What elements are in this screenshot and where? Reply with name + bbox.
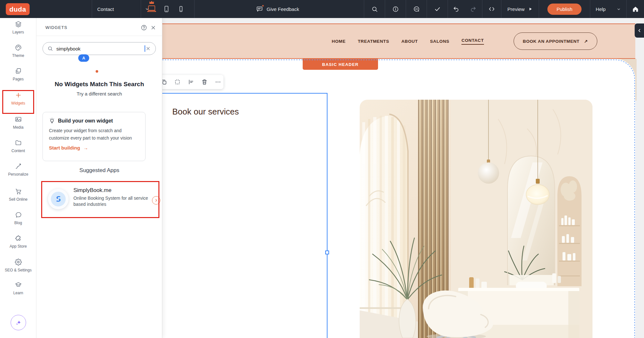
page-selector[interactable]: Contact: [97, 0, 149, 18]
plus-icon: [15, 92, 22, 99]
open-app-icon[interactable]: [152, 196, 160, 205]
info-button[interactable]: [385, 0, 406, 18]
clear-search-icon[interactable]: [145, 46, 151, 51]
code-icon: [488, 5, 495, 13]
help-label: Help: [596, 6, 606, 12]
basic-header-tab[interactable]: BASIC HEADER: [303, 59, 378, 70]
widget-search[interactable]: [43, 42, 156, 55]
align-icon[interactable]: [185, 77, 196, 87]
sidebar-item-personalize[interactable]: Personalize: [0, 163, 36, 177]
save-check-button[interactable]: [427, 0, 448, 18]
sidebar-item-seo-settings[interactable]: SEO & Settings: [0, 259, 36, 272]
undo-icon: [453, 6, 459, 13]
sidebar-item-learn[interactable]: Learn: [0, 281, 36, 295]
salon-image[interactable]: [360, 100, 592, 338]
arrow-up-right-icon: ↗: [584, 39, 588, 44]
collapse-panel-tab[interactable]: [635, 23, 644, 38]
build-card-title: Build your own widget: [58, 118, 113, 124]
pages-icon: [15, 68, 22, 75]
tablet-view-icon[interactable]: [163, 5, 170, 13]
search-button[interactable]: [364, 0, 385, 18]
folder-icon: [15, 139, 22, 146]
site-header[interactable]: HOME TREATMENTS ABOUT SALONS CONTACT BOO…: [162, 23, 635, 59]
lightbulb-icon: [49, 118, 55, 124]
build-card-body: Create your widget from scratch and cust…: [49, 127, 139, 142]
sidebar-item-blog[interactable]: Blog: [0, 211, 36, 225]
panel-divider: [36, 36, 162, 36]
nav-salons[interactable]: SALONS: [430, 39, 450, 44]
sidebar-item-theme[interactable]: Theme: [0, 44, 36, 58]
sidebar-label: Media: [0, 125, 36, 130]
home-icon: [632, 6, 639, 13]
marquee-select-icon[interactable]: [172, 77, 183, 87]
empty-state-title: No Widgets Match This Search: [36, 81, 162, 88]
block-heading[interactable]: Book our services: [172, 107, 239, 117]
home-button[interactable]: [627, 0, 644, 18]
desktop-view-icon[interactable]: [147, 5, 156, 13]
sidebar-item-media[interactable]: Media: [0, 116, 36, 130]
simplybook-app-item[interactable]: S SimplyBook.me Online Booking System fo…: [41, 181, 159, 218]
help-menu[interactable]: Help: [590, 0, 626, 18]
info-icon: [392, 6, 399, 13]
path-arrow-icon: [15, 163, 22, 170]
sidebar-label: Personalize: [0, 172, 36, 177]
panel-title: WIDGETS: [45, 25, 67, 30]
selected-block-outline[interactable]: [162, 93, 327, 338]
chat-dots-icon: [413, 6, 420, 13]
comments-button[interactable]: [406, 0, 427, 18]
app-description: Online Booking System for all service ba…: [73, 195, 151, 208]
start-building-label: Start building: [49, 145, 80, 151]
sidebar-label: Blog: [0, 221, 36, 225]
redo-button[interactable]: [464, 0, 482, 18]
resize-handle[interactable]: [325, 251, 329, 254]
topbar-actions: Preview Publish Help: [364, 0, 644, 18]
dev-mode-button[interactable]: [482, 0, 501, 18]
crown-icon: [149, 1, 154, 4]
check-icon: [434, 6, 441, 13]
start-building-link[interactable]: Start building →: [49, 145, 88, 151]
sidebar-item-content[interactable]: Content: [0, 139, 36, 153]
divider: [92, 0, 92, 18]
page-selector-label: Contact: [97, 6, 114, 12]
give-feedback-button[interactable]: ✦ Give Feedback: [256, 0, 299, 18]
cart-icon: [15, 188, 22, 195]
help-icon[interactable]: [141, 24, 147, 31]
sidebar-item-sell-online[interactable]: Sell Online: [0, 188, 36, 202]
sparkles-icon: [14, 319, 22, 326]
suggested-apps-heading: Suggested Apps: [36, 167, 162, 174]
graduation-cap-icon: [15, 281, 22, 288]
sidebar-item-widgets[interactable]: Widgets: [0, 92, 36, 105]
sidebar-label: Content: [0, 149, 36, 153]
nav-about[interactable]: ABOUT: [402, 39, 418, 44]
ai-assistant-button[interactable]: [11, 315, 26, 330]
sidebar-label: Pages: [0, 77, 36, 81]
editor-sidebar: Layers Theme Pages Widgets Media Content…: [0, 18, 36, 338]
collaborator-badge: A: [78, 54, 89, 62]
sidebar-item-pages[interactable]: Pages: [0, 68, 36, 81]
more-options-icon[interactable]: [213, 77, 223, 87]
sidebar-item-app-store[interactable]: App Store: [0, 235, 36, 249]
delete-icon[interactable]: [199, 77, 210, 87]
undo-button[interactable]: [448, 0, 464, 18]
element-toolbar: [154, 75, 223, 89]
book-appointment-button[interactable]: BOOK AN APPOINTMENT ↗: [514, 32, 597, 50]
sidebar-label: Layers: [0, 30, 36, 34]
empty-state-subtitle: Try a different search: [36, 91, 162, 96]
give-feedback-label: Give Feedback: [267, 6, 299, 12]
sidebar-item-layers[interactable]: Layers: [0, 21, 36, 34]
chevron-left-icon: [637, 28, 642, 33]
publish-button[interactable]: Publish: [547, 4, 581, 15]
mobile-view-icon[interactable]: [177, 5, 185, 13]
close-icon[interactable]: [150, 24, 156, 31]
puzzle-icon: [15, 235, 22, 242]
speech-bubble-icon: [15, 211, 22, 218]
duda-logo[interactable]: duda: [6, 3, 30, 15]
nav-contact[interactable]: CONTACT: [461, 38, 484, 45]
duda-editor: HOME TREATMENTS ABOUT SALONS CONTACT BOO…: [0, 0, 644, 338]
preview-button[interactable]: Preview: [501, 0, 539, 18]
nav-treatments[interactable]: TREATMENTS: [358, 39, 389, 44]
app-name: SimplyBook.me: [73, 187, 111, 194]
feedback-bubble-icon: ✦: [256, 5, 263, 13]
book-appointment-label: BOOK AN APPOINTMENT: [523, 39, 580, 44]
nav-home[interactable]: HOME: [332, 39, 346, 44]
